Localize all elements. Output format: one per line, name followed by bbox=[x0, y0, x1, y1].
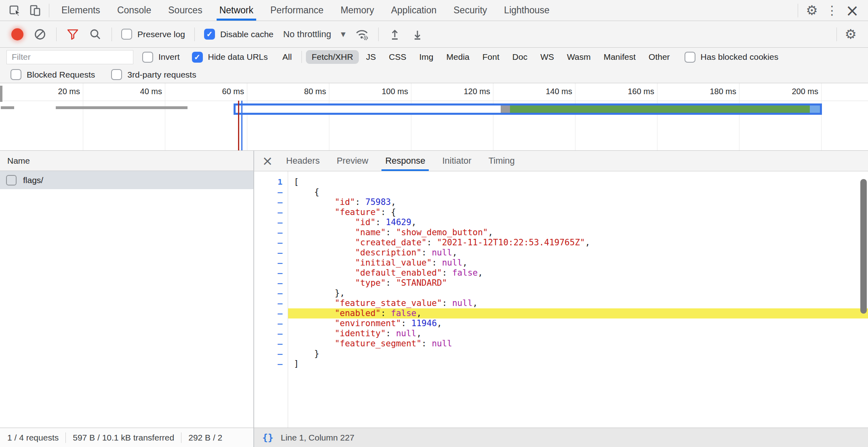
line-number: 1 bbox=[254, 177, 288, 187]
checkbox-icon: ✓ bbox=[204, 29, 215, 40]
tab-elements[interactable]: Elements bbox=[53, 0, 109, 21]
transferred-size: 597 B / 10.1 kB transferred bbox=[73, 433, 174, 443]
has-blocked-cookies-checkbox[interactable]: Has blocked cookies bbox=[681, 52, 782, 63]
request-row-flags[interactable]: flags/ bbox=[0, 171, 253, 189]
tab-lighthouse[interactable]: Lighthouse bbox=[495, 0, 558, 21]
filter-toggle-button[interactable] bbox=[63, 25, 83, 44]
resource-type-filters: All Fetch/XHR JS CSS Img Media Font Doc … bbox=[277, 50, 676, 64]
request-list-panel: Name flags/ bbox=[0, 151, 254, 428]
response-line: ] bbox=[288, 359, 868, 369]
network-settings-button[interactable]: ⚙ bbox=[841, 25, 861, 44]
filter-type-css[interactable]: CSS bbox=[383, 50, 412, 64]
filter-type-js[interactable]: JS bbox=[360, 50, 382, 64]
tab-timing[interactable]: Timing bbox=[480, 151, 523, 171]
filter-type-other[interactable]: Other bbox=[643, 50, 676, 64]
response-line: }, bbox=[288, 288, 868, 298]
tab-console[interactable]: Console bbox=[109, 0, 160, 21]
close-detail-button[interactable]: × bbox=[257, 153, 278, 169]
line-number: – bbox=[254, 298, 288, 308]
timeline-tick-label: 120 ms bbox=[463, 87, 490, 96]
more-options-button[interactable]: ⋮ bbox=[822, 1, 842, 20]
response-editor: 1–––––––––––––––––– [ { "id": 75983, "fe… bbox=[254, 171, 868, 428]
tab-label: Lighthouse bbox=[504, 5, 550, 16]
filter-type-media[interactable]: Media bbox=[441, 50, 475, 64]
divider bbox=[112, 27, 112, 41]
checkbox-icon bbox=[111, 69, 122, 80]
timeline-gridline bbox=[165, 83, 165, 150]
throttling-value: No throttling bbox=[283, 29, 331, 40]
hide-data-urls-checkbox[interactable]: ✓ Hide data URLs bbox=[189, 52, 271, 63]
pretty-print-icon[interactable]: {} bbox=[262, 432, 274, 443]
response-line: "default_enabled": false, bbox=[288, 268, 868, 278]
throttling-dropdown[interactable]: No throttling ▼ bbox=[279, 29, 350, 40]
checkbox-icon bbox=[685, 52, 695, 63]
chevron-down-icon: ▼ bbox=[341, 31, 346, 38]
divider bbox=[49, 4, 49, 17]
search-button[interactable] bbox=[85, 25, 105, 44]
filter-type-ws[interactable]: WS bbox=[535, 50, 560, 64]
gear-icon: ⚙ bbox=[806, 2, 818, 18]
network-split-view: Name flags/ × Headers Preview Response I… bbox=[0, 151, 868, 428]
response-line: "feature_segment": null bbox=[288, 339, 868, 349]
response-line: "environment": 11946, bbox=[288, 318, 868, 329]
settings-button[interactable]: ⚙ bbox=[802, 1, 822, 20]
tab-performance[interactable]: Performance bbox=[262, 0, 332, 21]
filter-type-manifest[interactable]: Manifest bbox=[598, 50, 641, 64]
disable-cache-checkbox[interactable]: ✓ Disable cache bbox=[201, 29, 277, 40]
invert-checkbox[interactable]: Invert bbox=[139, 52, 183, 63]
preserve-log-checkbox[interactable]: Preserve log bbox=[118, 29, 188, 40]
line-number: – bbox=[254, 197, 288, 207]
network-toolbar: Preserve log ✓ Disable cache No throttli… bbox=[0, 21, 868, 48]
tab-headers[interactable]: Headers bbox=[278, 151, 328, 171]
request-row-checkbox[interactable] bbox=[6, 175, 17, 186]
timeline-gridline bbox=[739, 83, 739, 150]
filter-input[interactable] bbox=[6, 50, 133, 64]
clear-button[interactable] bbox=[30, 25, 50, 44]
checkbox-icon bbox=[11, 69, 21, 80]
filter-type-font[interactable]: Font bbox=[477, 50, 505, 64]
import-har-button[interactable] bbox=[385, 25, 405, 44]
filter-type-fetch-xhr[interactable]: Fetch/XHR bbox=[306, 50, 359, 64]
filter-type-wasm[interactable]: Wasm bbox=[561, 50, 596, 64]
filter-type-doc[interactable]: Doc bbox=[507, 50, 533, 64]
search-icon bbox=[88, 27, 102, 41]
tab-memory[interactable]: Memory bbox=[332, 0, 383, 21]
tab-label: Performance bbox=[270, 5, 324, 16]
line-number: – bbox=[254, 217, 288, 228]
tab-network[interactable]: Network bbox=[211, 0, 262, 21]
device-toolbar-button[interactable] bbox=[25, 1, 45, 20]
network-overview-timeline[interactable]: 20 ms40 ms60 ms80 ms100 ms120 ms140 ms16… bbox=[0, 83, 868, 151]
timeline-gridline bbox=[493, 83, 493, 150]
timeline-gridline bbox=[575, 83, 575, 150]
line-number: – bbox=[254, 329, 288, 339]
response-line: } bbox=[288, 349, 868, 359]
network-conditions-button[interactable] bbox=[352, 25, 372, 44]
divider bbox=[194, 27, 195, 41]
tab-initiator[interactable]: Initiator bbox=[434, 151, 480, 171]
close-devtools-button[interactable]: × bbox=[842, 1, 862, 20]
response-json-body: [ { "id": 75983, "feature": { "id": 1462… bbox=[288, 171, 868, 428]
tab-response[interactable]: Response bbox=[377, 151, 434, 171]
response-line-highlighted: "enabled": false, bbox=[288, 308, 868, 318]
export-har-button[interactable] bbox=[407, 25, 428, 44]
filter-type-img[interactable]: Img bbox=[414, 50, 439, 64]
filter-type-all[interactable]: All bbox=[277, 50, 297, 64]
tab-sources[interactable]: Sources bbox=[160, 0, 211, 21]
record-button[interactable] bbox=[11, 28, 23, 40]
tab-preview[interactable]: Preview bbox=[328, 151, 377, 171]
cursor-position: Line 1, Column 227 bbox=[281, 433, 354, 443]
name-column-header[interactable]: Name bbox=[0, 151, 253, 171]
response-line: "created_date": "2021-11-12T10:22:53.419… bbox=[288, 238, 868, 248]
third-party-requests-checkbox[interactable]: 3rd-party requests bbox=[108, 69, 199, 80]
third-party-requests-label: 3rd-party requests bbox=[127, 70, 196, 80]
tab-application[interactable]: Application bbox=[383, 0, 445, 21]
checkbox-icon: ✓ bbox=[192, 52, 203, 63]
inspect-element-button[interactable] bbox=[5, 1, 25, 20]
response-scrollbar[interactable] bbox=[860, 179, 867, 314]
timeline-tick-label: 140 ms bbox=[546, 87, 572, 96]
tab-security[interactable]: Security bbox=[445, 0, 495, 21]
response-line: [ bbox=[288, 177, 868, 187]
blocked-requests-checkbox[interactable]: Blocked Requests bbox=[7, 69, 98, 80]
resources-size: 292 B / 2 bbox=[188, 433, 222, 443]
timeline-tick-label: 160 ms bbox=[628, 87, 654, 96]
